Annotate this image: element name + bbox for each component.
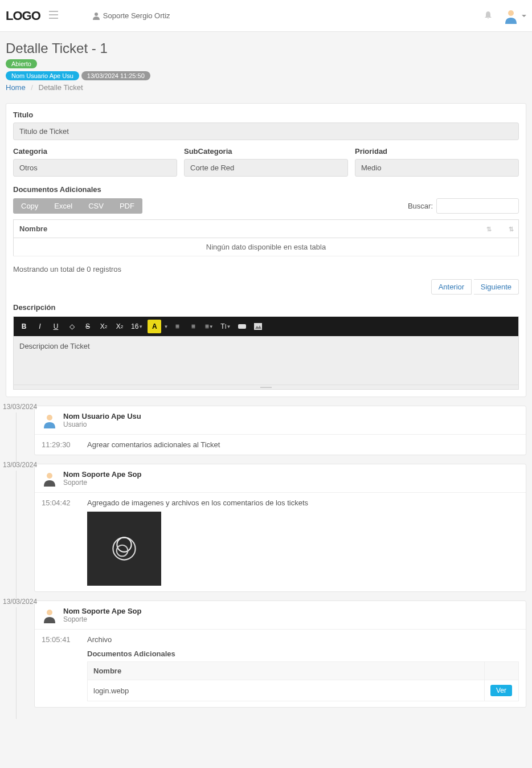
col-nombre[interactable]: Nombre⇅: [14, 220, 496, 238]
menu-toggle-icon[interactable]: [49, 11, 58, 21]
list-ol-icon[interactable]: ≡: [186, 320, 200, 333]
pager-next[interactable]: Siguiente: [474, 279, 519, 295]
text-format-icon[interactable]: TI ▼: [218, 320, 233, 333]
avatar-icon: [503, 8, 519, 24]
timeline-item: 13/03/2024Nom Usuario Ape UsuUsuario11:2…: [6, 406, 526, 455]
col-actions[interactable]: ⇅: [496, 220, 519, 238]
list-ul-icon[interactable]: ≡: [170, 320, 184, 333]
fontsize-dropdown[interactable]: 16 ▼: [129, 320, 145, 333]
page-header: Detalle Ticket - 1 Abierto Nom Usuario A…: [0, 32, 532, 97]
user-badge: Nom Usuario Ape Usu: [6, 71, 79, 80]
editor-body[interactable]: Descripcion de Ticket: [14, 336, 518, 385]
avatar-icon: [42, 412, 58, 428]
eraser-icon[interactable]: ◇: [65, 320, 79, 333]
comment-role: Usuario: [63, 420, 141, 428]
timeline-card: Nom Soporte Ape SopSoporte15:05:41Archiv…: [34, 600, 526, 708]
comment-text: Agrear comentarios adicionales al Ticket: [87, 440, 519, 449]
svg-point-9: [47, 610, 52, 615]
timeline-date: 13/03/2024: [3, 403, 37, 411]
superscript-icon[interactable]: X2: [97, 320, 111, 333]
date-badge: 13/03/2024 11:25:50: [81, 71, 150, 80]
avatar-icon: [42, 471, 58, 487]
titulo-input: [13, 122, 519, 140]
user-icon: [92, 12, 100, 20]
sort-icon: ⇅: [486, 225, 492, 232]
subcategoria-input: [184, 159, 348, 177]
timeline-item: 13/03/2024Nom Soporte Ape SopSoporte15:0…: [6, 464, 526, 592]
bold-icon[interactable]: B: [17, 320, 31, 333]
sort-icon: ⇅: [509, 225, 514, 232]
editor-toolbar: B I U ◇ S X2 X2 16 ▼ A ▼ ≡ ≡ ≡ ▼ TI ▼: [14, 317, 518, 336]
link-icon[interactable]: [235, 320, 249, 333]
image-icon[interactable]: [251, 320, 265, 333]
docs-table: Nombre⇅ ⇅ Ningún dato disponible en esta…: [13, 219, 519, 256]
status-badge: Abierto: [6, 59, 37, 68]
comment-text: Archivo: [87, 635, 519, 644]
export-csv-button[interactable]: CSV: [80, 198, 112, 214]
table-empty: Ningún dato disponible en esta tabla: [14, 238, 519, 256]
svg-point-1: [508, 10, 514, 16]
svg-rect-3: [254, 323, 262, 330]
docs-label: Documentos Adicionales: [13, 185, 519, 194]
files-table: Nombrelogin.webpVer: [87, 661, 519, 701]
categoria-label: Categoria: [13, 147, 177, 156]
breadcrumb-current: Detalle Ticket: [39, 83, 83, 92]
export-copy-button[interactable]: Copy: [13, 198, 46, 214]
strikethrough-icon[interactable]: S: [81, 320, 95, 333]
comment-text: Agregado de imagenes y archivos en los c…: [87, 499, 519, 507]
categoria-input: [13, 159, 177, 177]
table-info: Mostrando un total de 0 registros: [13, 265, 519, 273]
comment-time: 11:29:30: [42, 440, 76, 449]
ver-button[interactable]: Ver: [490, 685, 512, 696]
svg-rect-2: [238, 324, 246, 329]
italic-icon[interactable]: I: [33, 320, 47, 333]
svg-point-5: [47, 473, 52, 479]
timeline-item: 13/03/2024Nom Soporte Ape SopSoporte15:0…: [6, 600, 526, 708]
breadcrumb-home[interactable]: Home: [6, 83, 26, 92]
ticket-detail-card: Titulo Categoria SubCategoria Prioridad …: [6, 103, 526, 397]
comment-author: Nom Usuario Ape Usu: [63, 412, 141, 420]
breadcrumb: Home / Detalle Ticket: [6, 83, 526, 92]
timeline: 13/03/2024Nom Usuario Ape UsuUsuario11:2…: [0, 406, 532, 730]
logo[interactable]: LOGO: [6, 9, 40, 23]
attachment-image[interactable]: [87, 512, 161, 586]
font-color-dropdown-icon[interactable]: ▼: [163, 320, 168, 333]
underline-icon[interactable]: U: [49, 320, 63, 333]
timeline-card: Nom Soporte Ape SopSoporte15:04:42Agrega…: [34, 464, 526, 592]
subscript-icon[interactable]: X2: [113, 320, 126, 333]
bell-icon[interactable]: [484, 10, 493, 21]
files-header: Documentos Adicionales: [87, 649, 519, 658]
comment-time: 15:05:41: [42, 635, 76, 701]
current-user-label[interactable]: Soporte Sergio Ortiz: [92, 11, 170, 20]
svg-point-0: [95, 13, 98, 16]
export-excel-button[interactable]: Excel: [46, 198, 80, 214]
editor-resize-handle[interactable]: [14, 385, 518, 389]
avatar-icon: [42, 607, 58, 623]
prioridad-input: [355, 159, 519, 177]
comment-time: 15:04:42: [42, 499, 76, 586]
comment-role: Soporte: [63, 615, 141, 623]
svg-point-7: [117, 537, 131, 552]
titulo-label: Titulo: [13, 111, 519, 119]
file-row: login.webpVer: [88, 680, 519, 701]
caret-down-icon: [522, 15, 526, 17]
timeline-card: Nom Usuario Ape UsuUsuario11:29:30Agrear…: [34, 406, 526, 455]
page-title: Detalle Ticket - 1: [6, 40, 526, 56]
svg-point-8: [117, 545, 128, 557]
font-color-icon[interactable]: A: [148, 320, 161, 333]
comment-author: Nom Soporte Ape Sop: [63, 607, 141, 615]
top-navbar: LOGO Soporte Sergio Ortiz: [0, 0, 532, 32]
pager-prev[interactable]: Anterior: [431, 279, 472, 295]
file-name: login.webp: [88, 680, 485, 701]
user-menu[interactable]: [503, 8, 526, 24]
description-editor: B I U ◇ S X2 X2 16 ▼ A ▼ ≡ ≡ ≡ ▼ TI ▼ De…: [13, 316, 519, 390]
search-label: Buscar:: [408, 202, 433, 210]
export-pdf-button[interactable]: PDF: [112, 198, 142, 214]
align-icon[interactable]: ≡ ▼: [202, 320, 216, 333]
svg-point-4: [47, 415, 52, 420]
files-col-nombre: Nombre: [88, 662, 485, 680]
timeline-date: 13/03/2024: [3, 461, 37, 469]
desc-label: Descripción: [13, 303, 519, 312]
timeline-date: 13/03/2024: [3, 598, 37, 606]
search-input[interactable]: [436, 198, 519, 214]
